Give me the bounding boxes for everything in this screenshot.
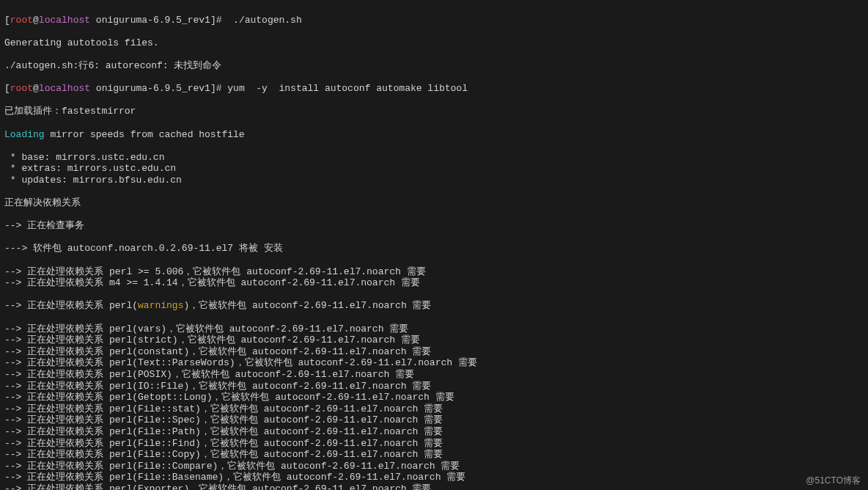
output-dep: --> 正在处理依赖关系 perl(strict)，它被软件包 autoconf… <box>4 334 864 346</box>
output-dep: --> 正在处理依赖关系 perl(Text::ParseWords)，它被软件… <box>4 357 864 369</box>
output-dep: --> 正在处理依赖关系 perl >= 5.006，它被软件包 autocon… <box>4 266 864 278</box>
output-dep: --> 正在处理依赖关系 m4 >= 1.4.14，它被软件包 autoconf… <box>4 277 864 289</box>
output-dep: --> 正在处理依赖关系 perl(Getopt::Long)，它被软件包 au… <box>4 392 864 403</box>
output-pkg-autoconf: ---> 软件包 autoconf.noarch.0.2.69-11.el7 将… <box>4 243 864 255</box>
output-dep: --> 正在处理依赖关系 perl(File::Path)，它被软件包 auto… <box>4 426 864 438</box>
output-autogen-error: ./autogen.sh:行6: autoreconf: 未找到命令 <box>4 60 864 72</box>
terminal-output[interactable]: [root@localhost oniguruma-6.9.5_rev1]# .… <box>0 0 868 490</box>
output-dep: --> 正在处理依赖关系 perl(File::Spec)，它被软件包 auto… <box>4 414 864 426</box>
output-resolving: 正在解决依赖关系 <box>4 197 864 209</box>
output-generating: Generating autotools files. <box>4 37 864 49</box>
output-dep: --> 正在处理依赖关系 perl(File::Copy)，它被软件包 auto… <box>4 449 864 461</box>
prompt-line-1: [root@localhost oniguruma-6.9.5_rev1]# .… <box>4 15 864 26</box>
output-dep: --> 正在处理依赖关系 perl(constant)，它被软件包 autoco… <box>4 346 864 358</box>
output-dep: --> 正在处理依赖关系 perl(File::Compare)，它被软件包 a… <box>4 461 864 472</box>
watermark: @51CTO博客 <box>806 475 861 486</box>
output-dep-warnings: --> 正在处理依赖关系 perl(warnings)，它被软件包 autoco… <box>4 300 864 312</box>
output-dep: --> 正在处理依赖关系 perl(IO::File)，它被软件包 autoco… <box>4 381 864 392</box>
output-dep: --> 正在处理依赖关系 perl(File::Basename)，它被软件包 … <box>4 472 864 483</box>
output-dep: --> 正在处理依赖关系 perl(Exporter)，它被软件包 autoco… <box>4 483 864 490</box>
output-loading: Loading mirror speeds from cached hostfi… <box>4 129 864 141</box>
output-checking: --> 正在检查事务 <box>4 220 864 232</box>
output-mirror: * extras: mirrors.ustc.edu.cn <box>4 163 864 175</box>
prompt-line-2: [root@localhost oniguruma-6.9.5_rev1]# y… <box>4 83 864 95</box>
output-mirror: * base: mirrors.ustc.edu.cn <box>4 152 864 164</box>
output-dep: --> 正在处理依赖关系 perl(POSIX)，它被软件包 autoconf-… <box>4 369 864 381</box>
output-dep: --> 正在处理依赖关系 perl(File::stat)，它被软件包 auto… <box>4 403 864 415</box>
output-plugin: 已加载插件：fastestmirror <box>4 106 864 117</box>
output-dep: --> 正在处理依赖关系 perl(vars)，它被软件包 autoconf-2… <box>4 323 864 335</box>
output-mirror: * updates: mirrors.bfsu.edu.cn <box>4 175 864 186</box>
output-dep: --> 正在处理依赖关系 perl(File::Find)，它被软件包 auto… <box>4 438 864 450</box>
